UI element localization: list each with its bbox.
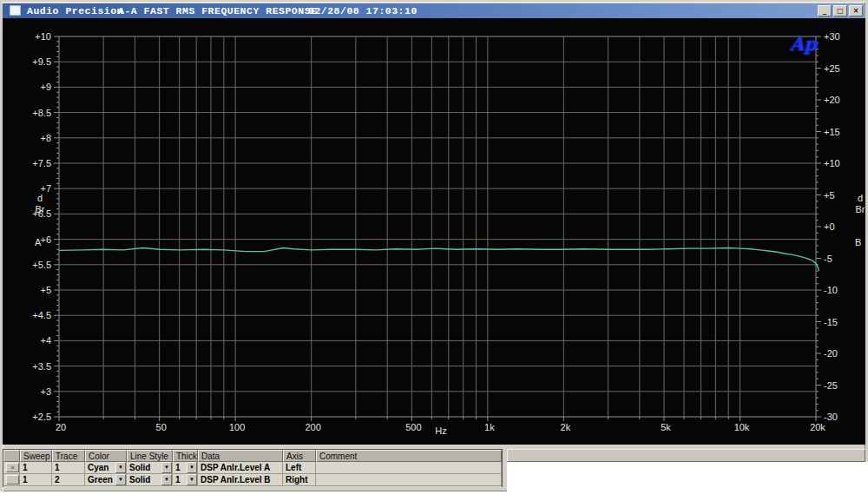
close-button[interactable]: × [849,5,863,16]
svg-text:-30: -30 [824,412,838,422]
measurement-title: A-A FAST RMS FREQUENCY RESPONSE [118,5,317,16]
right-axis-channel-label: B [855,237,861,247]
header-data: Data [198,450,283,462]
chart-canvas: +10+9.5+9+8.5+8+7.5+7+6.5+6+5.5+5+4.5+4+… [3,18,865,445]
svg-text:+5.5: +5.5 [32,260,51,270]
right-axis-unit-label: dBr [855,193,865,215]
row-selector-cell: × [3,462,20,474]
right-panel-bar [507,449,865,462]
table-row: 1 2 Green ▼ Solid ▼ 1 ▼ DSP Anlr.Level B… [3,474,502,486]
svg-text:+3: +3 [40,386,51,397]
svg-text:+25: +25 [824,63,840,74]
maximize-button[interactable]: □ [833,5,847,16]
line-style-dropdown-button[interactable]: ▼ [161,474,172,485]
x-axis-unit-label: Hz [411,425,471,436]
header-thick: Thick [173,450,198,462]
svg-text:+15: +15 [824,127,840,137]
svg-text:+7.5: +7.5 [32,158,51,168]
row-selector-cell [3,474,20,486]
svg-text:+20: +20 [824,95,840,105]
svg-text:+5: +5 [824,190,835,201]
svg-text:2k: 2k [561,422,571,432]
color-cell[interactable]: Cyan ▼ [85,462,127,474]
line-style-cell[interactable]: Solid ▼ [127,462,173,474]
color-cell[interactable]: Green ▼ [85,474,127,486]
thick-cell[interactable]: 1 ▼ [173,474,198,486]
axis-cell[interactable]: Right [283,474,316,486]
header-sweep: Sweep [20,450,52,462]
row-select-button[interactable] [6,475,19,485]
svg-text:+2.5: +2.5 [32,412,51,422]
svg-text:+0: +0 [824,221,835,232]
table-header-row: Sweep Trace Color Line Style Thick Data … [3,450,502,462]
svg-text:-5: -5 [824,254,832,264]
right-panel-blank-area [507,462,868,493]
minimize-button[interactable]: _ [818,5,832,16]
svg-text:5k: 5k [661,422,671,432]
svg-text:+4: +4 [40,335,51,346]
line-style-cell[interactable]: Solid ▼ [127,474,173,486]
svg-text:+9: +9 [40,82,51,92]
sweep-cell: 1 [20,462,52,474]
thick-dropdown-button[interactable]: ▼ [187,462,197,473]
window-controls: _ □ × [818,5,863,16]
svg-text:20k: 20k [810,422,825,432]
svg-text:+3.5: +3.5 [32,361,51,372]
svg-text:+8.5: +8.5 [32,108,51,118]
color-dropdown-button[interactable]: ▼ [115,474,126,485]
svg-text:10k: 10k [734,422,750,432]
svg-text:-25: -25 [824,380,838,391]
ap-logo: Ap [790,33,817,55]
header-axis: Axis [283,450,316,462]
thick-dropdown-button[interactable]: ▼ [187,474,197,485]
audio-precision-window: Audio Precision A-A FAST RMS FREQUENCY R… [0,0,868,491]
svg-text:+5: +5 [40,285,51,295]
header-comment: Comment [316,450,502,462]
titlebar[interactable]: Audio Precision A-A FAST RMS FREQUENCY R… [3,3,865,18]
left-axis-unit-label: dBr [35,193,45,215]
header-trace: Trace [52,450,85,462]
line-style-dropdown-button[interactable]: ▼ [161,462,172,473]
svg-text:200: 200 [305,422,320,432]
svg-text:-10: -10 [824,285,838,295]
header-color: Color [85,450,127,462]
svg-text:+8: +8 [40,133,51,143]
svg-text:20: 20 [56,422,66,432]
data-cell[interactable]: DSP Anlr.Level B [198,474,283,486]
app-icon [10,5,21,16]
svg-text:50: 50 [156,422,167,432]
svg-text:+10: +10 [35,31,51,42]
data-cell[interactable]: DSP Anlr.Level A [198,462,283,474]
color-dropdown-button[interactable]: ▼ [115,462,126,473]
header-line-style: Line Style [127,450,173,462]
comment-cell[interactable] [316,474,502,486]
svg-text:+6: +6 [40,234,51,245]
svg-text:+4.5: +4.5 [32,310,51,320]
sweep-trace-table: Sweep Trace Color Line Style Thick Data … [3,449,503,487]
table-row: × 1 1 Cyan ▼ Solid ▼ 1 ▼ DSP Anlr.Level … [3,462,502,474]
comment-cell[interactable] [316,462,502,474]
row-select-button[interactable]: × [6,463,19,472]
svg-text:-20: -20 [824,348,838,359]
app-title: Audio Precision [27,5,123,16]
svg-text:+30: +30 [824,31,840,42]
frequency-response-chart: +10+9.5+9+8.5+8+7.5+7+6.5+6+5.5+5+4.5+4+… [3,18,865,445]
left-axis-channel-label: A [35,237,41,247]
trace-cell: 2 [52,474,85,486]
svg-text:-15: -15 [824,317,838,327]
thick-cell[interactable]: 1 ▼ [173,462,198,474]
axis-cell[interactable]: Left [283,462,316,474]
svg-text:100: 100 [229,422,245,432]
svg-text:+9.5: +9.5 [32,56,51,67]
trace-cell: 1 [52,462,85,474]
svg-text:+10: +10 [824,158,840,168]
svg-text:1k: 1k [484,422,495,432]
sweep-cell: 1 [20,474,52,486]
header-selector [3,450,20,462]
timestamp: 02/28/08 17:03:10 [308,5,418,16]
